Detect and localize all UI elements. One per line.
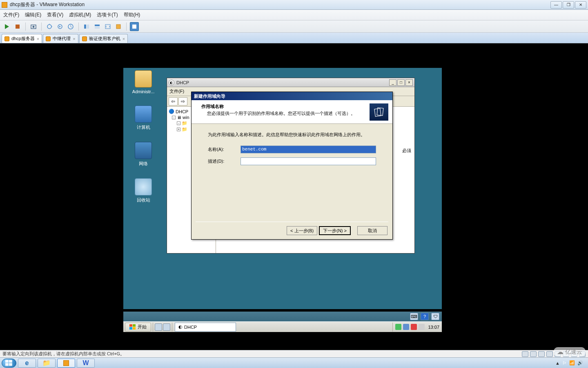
collapse-icon[interactable]: - [177, 121, 180, 125]
view-stretch-icon[interactable] [103, 22, 112, 31]
tab-icon [46, 36, 51, 41]
wizard-header-title: 作用域名称 [201, 103, 370, 110]
host-tray-volume-icon[interactable]: 🔊 [577, 360, 583, 366]
cancel-button[interactable]: 取消 [357, 226, 388, 235]
mmc-maximize-button[interactable]: □ [397, 79, 405, 86]
menu-tabs[interactable]: 选项卡(T) [97, 11, 118, 18]
status-floppy-icon[interactable] [538, 351, 545, 357]
ql-item-1[interactable] [155, 323, 162, 331]
wizard-titlebar[interactable]: 新建作用域向导 [192, 92, 392, 100]
menu-edit[interactable]: 编辑(E) [25, 11, 41, 18]
menu-vm[interactable]: 虚拟机(M) [69, 11, 91, 18]
tab-close-icon[interactable]: × [73, 36, 75, 41]
fullscreen-icon[interactable] [130, 22, 139, 31]
svg-rect-14 [132, 25, 136, 29]
scope-desc-input[interactable] [241, 157, 376, 165]
desktop-icon-computer[interactable]: 计算机 [125, 105, 162, 130]
snapshot-manager-icon[interactable] [66, 22, 75, 31]
tray-network-icon[interactable] [419, 324, 425, 330]
status-network-icon[interactable] [546, 351, 553, 357]
wizard-header-desc: 您必须提供一个用于识别的作用域名称。您还可以提供一个描述（可选）。 [207, 110, 370, 117]
svg-rect-8 [84, 25, 86, 29]
view-console-icon[interactable] [82, 22, 91, 31]
expand-icon[interactable]: + [177, 128, 180, 131]
snapshot-icon[interactable] [29, 22, 38, 31]
tray-clock[interactable]: 13:07 [428, 325, 439, 330]
mmc-titlebar[interactable]: ◐ DHCP _ □ × [167, 78, 414, 87]
scope-name-input[interactable] [241, 146, 376, 153]
host-tray-up-icon[interactable]: ▲ [555, 361, 560, 366]
svg-rect-1 [16, 25, 20, 29]
desktop-icon-recycle[interactable]: 回收站 [125, 178, 162, 203]
tray-icon-2[interactable] [403, 324, 409, 330]
host-task-vmware[interactable] [57, 359, 75, 368]
mmc-close-button[interactable]: × [405, 79, 413, 86]
vmware-titlebar: dhcp服务器 - VMware Workstation — ❐ ✕ [0, 0, 588, 10]
close-button[interactable]: ✕ [575, 1, 586, 9]
tab-icon [4, 36, 9, 41]
content-text: 必须 [402, 148, 411, 154]
svg-point-4 [47, 25, 51, 29]
menu-file[interactable]: 文件(F) [3, 11, 19, 18]
tab-close-icon[interactable]: × [122, 36, 125, 41]
tab-client[interactable]: 验证使用客户机× [79, 34, 128, 43]
minimize-button[interactable]: — [550, 1, 562, 9]
svg-point-3 [33, 26, 35, 28]
taskbar-app-dhcp[interactable]: ◐DHCP [175, 323, 236, 332]
svg-rect-21 [5, 360, 9, 363]
maximize-button[interactable]: ❐ [563, 1, 574, 9]
security-icon[interactable]: 🛡 [431, 313, 439, 320]
icon-label: 回收站 [125, 197, 162, 203]
tray-icon-1[interactable] [395, 324, 401, 330]
start-label: 开始 [138, 324, 147, 330]
menu-view[interactable]: 查看(V) [47, 11, 63, 18]
new-scope-wizard[interactable]: 新建作用域向导 作用域名称 您必须提供一个用于识别的作用域名称。您还可以提供一个… [191, 92, 393, 240]
host-task-explorer[interactable]: 📁 [38, 359, 56, 368]
back-button[interactable]: < 上一步(B) [287, 226, 317, 235]
desktop-icon-network[interactable]: 网络 [125, 142, 162, 167]
host-tray-network-icon[interactable]: 📶 [569, 360, 575, 366]
task-label: DHCP [184, 325, 197, 330]
power-on-icon[interactable] [2, 22, 11, 31]
tray-shield-icon[interactable] [411, 324, 417, 330]
devices-icon[interactable]: ⌨ [410, 313, 418, 320]
view-unity-icon[interactable] [114, 22, 123, 31]
mmc-minimize-button[interactable]: _ [389, 79, 396, 86]
tab-label: 中继代理 [53, 36, 71, 42]
svg-rect-12 [105, 25, 110, 29]
host-start-button[interactable] [2, 359, 16, 368]
host-task-word[interactable]: W [77, 359, 95, 368]
view-thumbnail-icon[interactable] [93, 22, 102, 31]
desktop-icon-admin[interactable]: Administr... [125, 70, 162, 94]
ql-item-2[interactable] [163, 323, 170, 331]
wizard-header-icon [370, 103, 388, 121]
host-tray-flag-icon[interactable]: 🏳 [562, 361, 567, 366]
status-cd-icon[interactable] [530, 351, 537, 357]
tab-close-icon[interactable]: × [37, 36, 39, 41]
computer-icon [135, 105, 152, 123]
guest-display[interactable]: Administr... 计算机 网络 回收站 ◐ DHCP _ □ × 文件(… [0, 43, 588, 350]
vmware-menubar: 文件(F) 编辑(E) 查看(V) 虚拟机(M) 选项卡(T) 帮助(H) [0, 10, 588, 20]
snapshot-revert-icon[interactable] [56, 22, 65, 31]
help-icon[interactable]: ? [421, 313, 429, 320]
status-disk-icon[interactable] [522, 351, 528, 357]
collapse-icon[interactable]: - [172, 116, 176, 119]
mmc-menu-file[interactable]: 文件(F) [169, 88, 184, 94]
icon-label: Administr... [125, 89, 162, 94]
wizard-instruction: 为此作用域输入名称和描述。此信息帮助您快速标识此作用域在网络上的作用。 [208, 131, 376, 138]
menu-help[interactable]: 帮助(H) [124, 11, 140, 18]
back-button[interactable]: ⇦ [169, 97, 178, 105]
host-task-ie[interactable]: e [18, 359, 36, 368]
windows-flag-icon [129, 324, 136, 330]
mmc-title-text: DHCP [176, 80, 388, 85]
forward-button[interactable]: ⇨ [178, 97, 187, 105]
recycle-icon [135, 178, 152, 195]
tab-dhcp-server[interactable]: dhcp服务器× [2, 34, 42, 43]
next-button[interactable]: 下一步(N) > [319, 226, 351, 235]
host-taskbar: e 📁 W ▲ 🏳 📶 🔊 [0, 357, 588, 368]
start-button[interactable]: 开始 [125, 323, 151, 332]
snapshot-take-icon[interactable] [45, 22, 54, 31]
tab-relay-agent[interactable]: 中继代理× [43, 34, 78, 43]
svg-rect-13 [116, 25, 120, 29]
power-menu-icon[interactable] [13, 22, 22, 31]
